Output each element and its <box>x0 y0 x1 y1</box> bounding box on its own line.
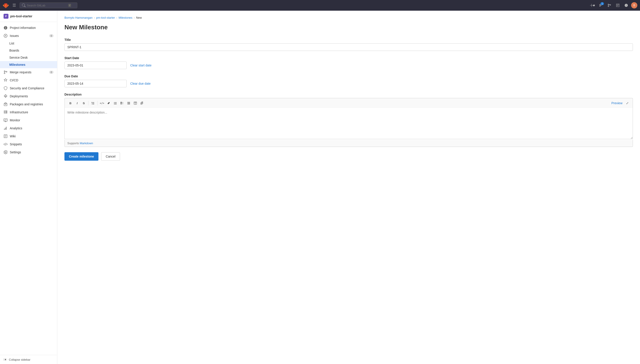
expand-button[interactable]: ⤢ <box>625 100 630 106</box>
description-group: Description B I S </> <box>64 93 633 147</box>
code-button[interactable]: </> <box>99 100 105 106</box>
package-icon <box>4 102 8 106</box>
sidebar-item-label: Analytics <box>10 126 22 130</box>
description-textarea[interactable] <box>64 108 633 139</box>
sidebar-subitem-label: Milestones <box>9 63 25 66</box>
gitlab-logo[interactable] <box>3 2 9 8</box>
markdown-link[interactable]: Markdown <box>80 142 93 145</box>
start-date-input[interactable] <box>64 62 127 69</box>
svg-point-25 <box>114 102 114 103</box>
table-button[interactable] <box>132 100 138 106</box>
cancel-button[interactable]: Cancel <box>101 152 120 161</box>
toolbar-sep-2 <box>97 101 98 105</box>
navbar-icons: 1 B <box>589 2 637 9</box>
numbered-list-button[interactable] <box>90 100 96 106</box>
svg-rect-26 <box>115 102 117 103</box>
analytics-icon <box>4 126 8 130</box>
indent-button[interactable] <box>126 100 132 106</box>
svg-point-4 <box>608 6 609 7</box>
sidebar-item-infrastructure[interactable]: Infrastructure <box>0 108 57 116</box>
breadcrumb-sep-3: › <box>134 16 135 19</box>
infrastructure-icon <box>4 110 8 114</box>
strikethrough-button[interactable]: S <box>81 100 87 106</box>
editor-toolbar: B I S </> <box>64 98 633 108</box>
sidebar-item-monitor[interactable]: Monitor <box>0 116 57 124</box>
bullet-list-button[interactable] <box>112 100 118 106</box>
snippets-icon <box>4 142 8 146</box>
preview-button[interactable]: Preview <box>610 100 624 106</box>
clear-start-date-link[interactable]: Clear start date <box>130 64 152 67</box>
sidebar-item-label: Monitor <box>10 118 20 122</box>
collapse-sidebar-button[interactable]: Collapse sidebar <box>4 358 54 361</box>
sidebar-item-label: Issues <box>10 34 19 38</box>
description-label: Description <box>64 93 633 96</box>
svg-point-29 <box>114 104 114 104</box>
svg-rect-30 <box>115 104 117 104</box>
collapse-label: Collapse sidebar <box>9 358 30 361</box>
sidebar-item-label: Project information <box>10 26 36 30</box>
sidebar-item-merge-requests[interactable]: Merge requests 0 <box>0 68 57 76</box>
sidebar-item-cicd[interactable]: CI/CD <box>0 76 57 84</box>
supports-text: Supports <box>67 142 79 145</box>
title-group: Title <box>64 38 633 51</box>
create-milestone-button[interactable]: Create milestone <box>64 152 98 161</box>
sidebar-item-wiki[interactable]: Wiki <box>0 132 57 140</box>
sidebar-item-settings[interactable]: Settings <box>0 148 57 156</box>
sidebar-subitem-list[interactable]: List <box>0 40 57 47</box>
cicd-icon <box>4 78 8 82</box>
sidebar-footer: Collapse sidebar <box>0 355 57 364</box>
sidebar-item-security[interactable]: Security and Compliance <box>0 84 57 92</box>
bold-button[interactable]: B <box>67 100 74 106</box>
title-input[interactable] <box>64 43 633 51</box>
sidebar-subitem-boards[interactable]: Boards <box>0 47 57 54</box>
svg-rect-28 <box>115 103 117 104</box>
milestone-form: Title Start Date Clear start date Due Da… <box>64 38 633 161</box>
sidebar-item-packages[interactable]: Packages and registries <box>0 100 57 108</box>
sidebar-item-deployments[interactable]: Deployments <box>0 92 57 100</box>
svg-point-9 <box>4 71 5 72</box>
sidebar-item-label: Security and Compliance <box>10 86 44 90</box>
svg-point-5 <box>610 4 611 5</box>
checklist-button[interactable] <box>119 100 125 106</box>
sidebar-item-analytics[interactable]: Analytics <box>0 124 57 132</box>
issues-icon <box>4 34 8 38</box>
sidebar-nav: Project information Issues 0 List Boards… <box>0 22 57 355</box>
help-button[interactable] <box>623 2 630 9</box>
project-initial-badge: P <box>4 14 8 19</box>
search-slash-badge: / <box>68 4 71 7</box>
breadcrumb-milestones[interactable]: Milestones <box>119 16 132 19</box>
sidebar-toggle-button[interactable]: ☰ <box>11 2 18 9</box>
sidebar-item-project-information[interactable]: Project information <box>0 24 57 32</box>
navbar: ☰ / 1 B <box>0 0 640 11</box>
todo-button[interactable] <box>614 2 621 9</box>
search-bar[interactable]: / <box>20 2 77 8</box>
due-date-input[interactable] <box>64 80 127 87</box>
breadcrumb-user[interactable]: Bornyto Hamonangan <box>64 16 92 19</box>
collapse-icon <box>4 358 7 361</box>
breadcrumb-project[interactable]: pm-tool-starter <box>96 16 115 19</box>
attach-button[interactable] <box>139 100 145 106</box>
issues-button[interactable]: 1 <box>597 2 604 9</box>
svg-rect-23 <box>5 128 6 130</box>
breadcrumb-current: New <box>136 16 142 19</box>
monitor-icon <box>4 118 8 122</box>
sidebar-item-snippets[interactable]: Snippets <box>0 140 57 148</box>
sidebar-item-issues[interactable]: Issues 0 <box>0 32 57 40</box>
start-date-label: Start Date <box>64 56 633 60</box>
svg-point-11 <box>6 71 7 72</box>
sidebar-subitem-milestones[interactable]: Milestones <box>0 61 57 68</box>
link-button[interactable] <box>106 100 112 106</box>
svg-rect-24 <box>6 127 6 130</box>
create-new-button[interactable] <box>589 2 596 9</box>
breadcrumb: Bornyto Hamonangan › pm-tool-starter › M… <box>64 16 633 19</box>
sidebar-subitem-service-desk[interactable]: Service Desk <box>0 54 57 61</box>
search-input[interactable] <box>27 4 67 7</box>
svg-rect-1 <box>599 5 602 6</box>
user-avatar[interactable]: B <box>631 2 637 8</box>
project-header[interactable]: P pm-tool-starter <box>0 11 57 22</box>
italic-button[interactable]: I <box>74 100 80 106</box>
clear-due-date-link[interactable]: Clear due date <box>130 82 151 85</box>
merge-requests-button[interactable] <box>606 2 613 9</box>
svg-point-19 <box>6 111 7 111</box>
sidebar-item-label: CI/CD <box>10 78 18 82</box>
